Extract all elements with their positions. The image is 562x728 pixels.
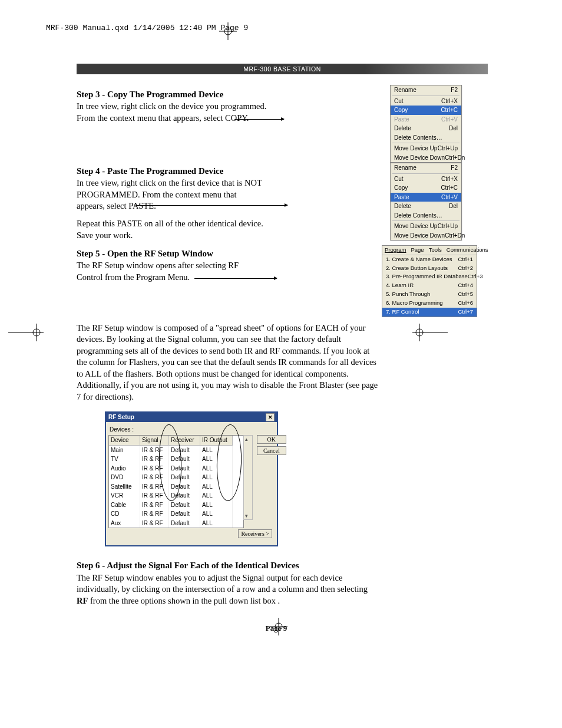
menu-rf-control-highlight[interactable]: 7. RF ControlCtrl+7 (382, 308, 477, 317)
table-row[interactable]: VCRIR & RFDefaultALL (109, 491, 243, 500)
registration-mark-right (412, 324, 448, 341)
table-row[interactable]: AuxIR & RFDefaultALL (109, 519, 243, 528)
ok-button[interactable]: OK (257, 435, 286, 444)
program-menu: Program Page Tools Communications 1. Cre… (382, 245, 477, 317)
step5-body: The RF Setup window opens after selectin… (77, 260, 253, 283)
rf-setup-window: RF Setup ✕ Devices : Device Signal Recei… (105, 411, 278, 547)
menu-communications[interactable]: Communications (447, 246, 488, 254)
table-row[interactable]: SatelliteIR & RFDefaultALL (109, 482, 243, 492)
registration-mark-left (8, 324, 44, 341)
arrow-line (234, 119, 284, 120)
section-title-bar: MRF-300 BASE STATION (77, 64, 488, 74)
table-row[interactable]: TVIR & RFDefaultALL (109, 454, 243, 464)
menu-page[interactable]: Page (411, 246, 424, 254)
table-row[interactable]: CDIR & RFDefaultALL (109, 509, 243, 519)
step4-body2: Repeat this PASTE on all of the other id… (77, 218, 265, 241)
scrollbar[interactable] (243, 435, 253, 520)
step6-heading: Step 6 - Adjust the Signal For Each of t… (77, 559, 476, 571)
menu-program[interactable]: Program (385, 246, 406, 254)
rf-setup-title: RF Setup (108, 413, 134, 421)
ctx-copy-highlight[interactable]: CopyCtrl+C (391, 106, 461, 115)
arrow-line (135, 205, 287, 206)
context-menu-paste: RenameF2 CutCtrl+X CopyCtrl+C PasteCtrl+… (390, 163, 462, 241)
file-header: MRF-300 Manual.qxd 1/14/2005 12:40 PM Pa… (46, 24, 248, 32)
table-row[interactable]: AudioIR & RFDefaultALL (109, 464, 243, 473)
arrow-line (194, 278, 277, 279)
step5-para: The RF Setup window is composed of a "sp… (77, 322, 378, 403)
step4-body: In tree view, right click on the first d… (77, 177, 265, 212)
table-row[interactable]: MainIR & RFDefaultALL (109, 446, 243, 455)
receivers-button[interactable]: Receivers > (238, 529, 272, 538)
context-menu-copy: RenameF2 CutCtrl+X CopyCtrl+C PasteCtrl+… (390, 85, 462, 163)
close-icon[interactable]: ✕ (266, 413, 275, 421)
devices-label: Devices : (110, 426, 275, 434)
step3-body: In tree view, right click on the device … (77, 101, 277, 124)
crop-mark-bottom (270, 618, 287, 635)
menu-tools[interactable]: Tools (429, 246, 442, 254)
rf-devices-table[interactable]: Device Signal Receiver IR Output MainIR … (108, 435, 244, 528)
ctx-paste-highlight[interactable]: PasteCtrl+V (391, 193, 461, 202)
table-row[interactable]: DVDIR & RFDefaultALL (109, 473, 243, 482)
table-row[interactable]: CableIR & RFDefaultALL (109, 500, 243, 510)
step6-body: The RF Setup window enables you to adjus… (77, 572, 377, 607)
crop-mark-top (219, 22, 237, 40)
cancel-button[interactable]: Cancel (257, 446, 286, 455)
